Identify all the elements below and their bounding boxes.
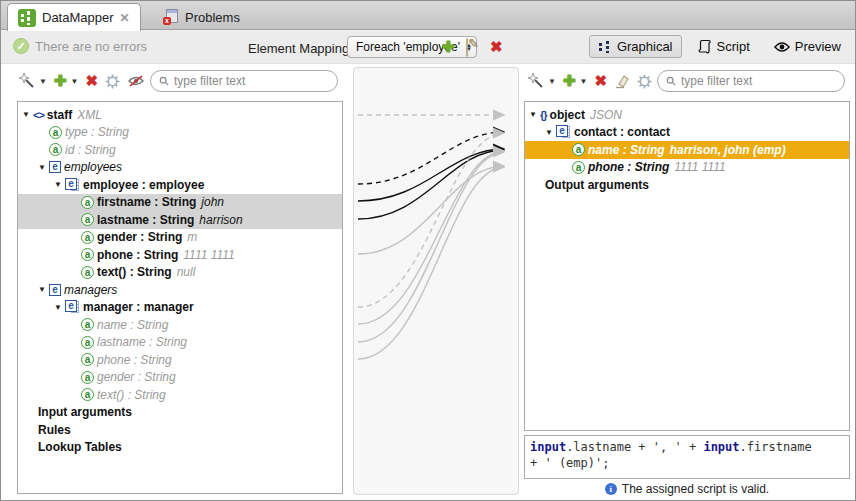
item-label: name : String [97, 318, 168, 332]
preview-label: Preview [795, 39, 841, 54]
tree-item-type-string[interactable]: atype : String [18, 124, 342, 142]
properties-gear-icon[interactable] [637, 74, 652, 89]
item-value: JSON [590, 108, 622, 122]
main-toolbar: ✓ There are no errors Element Mapping Fo… [1, 30, 855, 64]
mapping-canvas[interactable] [353, 67, 519, 495]
attribute-icon: a [81, 248, 94, 261]
item-label: text() : String [97, 265, 172, 279]
problems-icon: x [163, 9, 179, 25]
tree-item-object[interactable]: ▼{}objectJSON [525, 106, 849, 124]
tree-item-contact-contact[interactable]: ▼econtact : contact [525, 124, 849, 142]
tab-bar: DataMapper ✕ x Problems [1, 1, 855, 30]
add-element-button[interactable]: ✚ [563, 72, 576, 90]
tree-item-managers[interactable]: ▼emanagers [18, 281, 342, 299]
element-icon: e [49, 284, 61, 296]
tree-item-lastname-string[interactable]: alastname : String [18, 334, 342, 352]
remove-element-button[interactable]: ✖ [594, 72, 607, 90]
tree-item-lastname-string[interactable]: alastname : Stringharrison [18, 211, 342, 229]
check-circle-icon: ✓ [13, 38, 29, 54]
section-lookup-tables[interactable]: Lookup Tables [18, 439, 342, 457]
graphical-view-button[interactable]: Graphical [589, 35, 682, 58]
script-view-button[interactable]: Script [690, 36, 758, 57]
section-input-arguments[interactable]: Input arguments [18, 404, 342, 422]
eraser-icon[interactable] [614, 74, 630, 89]
item-value: null [177, 265, 196, 279]
expand-triangle-icon[interactable]: ▼ [22, 110, 33, 119]
output-panel-toolbar: ▼ ✚ ▼ ✖ [528, 68, 677, 94]
delete-mapping-button[interactable]: ✖ [490, 38, 503, 56]
tab-problems[interactable]: x Problems [153, 3, 250, 31]
output-tree-panel: ▼{}objectJSON ▼econtact : contact aname … [524, 101, 850, 431]
input-filter[interactable] [150, 70, 338, 92]
item-label: text() : String [97, 388, 166, 402]
tree-item-gender-string[interactable]: agender : String [18, 369, 342, 387]
add-dropdown-caret[interactable]: ▼ [580, 77, 588, 86]
tree-item-manager-manager[interactable]: ▼emanager : manager [18, 299, 342, 317]
mapping-line-phone-to-phone [358, 166, 504, 254]
expand-triangle-icon[interactable]: ▼ [54, 303, 65, 312]
mapping-line-manager-name-to-name [358, 151, 504, 324]
tab-problems-label: Problems [185, 10, 240, 25]
input-panel-toolbar: ▼ ✚ ▼ ✖ [19, 68, 145, 94]
tree-item-name-string[interactable]: aname : Stringharrison, john (emp) [525, 141, 849, 159]
close-icon[interactable]: ✕ [120, 11, 130, 25]
tree-item-name-string[interactable]: aname : String [18, 316, 342, 334]
tree-item-employees[interactable]: ▼eemployees [18, 159, 342, 177]
tree-item-gender-string[interactable]: agender : Stringm [18, 229, 342, 247]
attribute-icon: a [49, 143, 62, 156]
tree-item-id-string[interactable]: aid : String [18, 141, 342, 159]
edit-mapping-button[interactable] [466, 39, 468, 57]
tree-item-firstname-string[interactable]: afirstname : Stringjohn [18, 194, 342, 212]
expand-triangle-icon[interactable]: ▼ [54, 180, 65, 189]
hide-empty-eye-icon[interactable] [127, 74, 145, 88]
xml-root-icon: <> [33, 109, 44, 121]
item-label: staff [47, 108, 72, 122]
attribute-icon: a [81, 266, 94, 279]
properties-gear-icon[interactable] [105, 74, 120, 89]
input-tree: ▼<>staffXML atype : String aid : String … [18, 102, 342, 404]
section-output-arguments[interactable]: Output arguments [525, 176, 849, 194]
wand-icon[interactable] [19, 73, 35, 89]
attribute-icon: a [81, 371, 94, 384]
output-tree-footer: Output arguments [525, 176, 849, 194]
expand-triangle-icon[interactable]: ▼ [38, 285, 49, 294]
add-element-button[interactable]: ✚ [54, 72, 67, 90]
json-root-icon: {} [540, 109, 547, 121]
remove-element-button[interactable]: ✖ [85, 72, 98, 90]
wand-dropdown-caret[interactable]: ▼ [39, 77, 47, 86]
item-label: lastname : String [97, 213, 194, 227]
tree-item-staff[interactable]: ▼<>staffXML [18, 106, 342, 124]
expand-triangle-icon[interactable]: ▼ [38, 163, 49, 172]
expand-triangle-icon[interactable]: ▼ [529, 110, 540, 119]
input-filter-field[interactable] [174, 74, 329, 88]
tree-item-phone-string[interactable]: aphone : String1111 1111 [525, 159, 849, 177]
add-mapping-button[interactable]: ✚ [442, 38, 455, 56]
attribute-icon: a [81, 336, 94, 349]
tree-item-phone-string[interactable]: aphone : String1111 1111 [18, 246, 342, 264]
item-label: object [550, 108, 585, 122]
section-rules[interactable]: Rules [18, 421, 342, 439]
input-tree-panel: ▼<>staffXML atype : String aid : String … [17, 101, 343, 494]
tree-item-phone-string[interactable]: aphone : String [18, 351, 342, 369]
output-filter-field[interactable] [681, 74, 836, 88]
graphical-label: Graphical [617, 39, 673, 54]
item-label: type : String [65, 125, 129, 139]
item-label: gender : String [97, 230, 182, 244]
wand-dropdown-caret[interactable]: ▼ [548, 77, 556, 86]
script-editor[interactable]: input.lastname + ', ' + input.firstname+… [524, 435, 850, 479]
tree-item-employee-employee[interactable]: ▼eemployee : employee [18, 176, 342, 194]
element-mapping-select[interactable]: Foreach 'employee' ▲▼ [347, 36, 477, 58]
attribute-icon: a [81, 318, 94, 331]
attribute-icon: a [49, 126, 62, 139]
item-label: employees [64, 160, 122, 174]
output-filter[interactable] [657, 70, 845, 92]
add-dropdown-caret[interactable]: ▼ [71, 77, 79, 86]
expand-triangle-icon[interactable]: ▼ [545, 128, 556, 137]
wand-icon[interactable] [528, 73, 544, 89]
tree-item-text-string[interactable]: atext() : String [18, 386, 342, 404]
tab-datamapper[interactable]: DataMapper ✕ [7, 3, 141, 31]
tree-item-text-string[interactable]: atext() : Stringnull [18, 264, 342, 282]
status-no-errors: ✓ There are no errors [13, 38, 147, 54]
preview-view-button[interactable]: Preview [766, 36, 849, 57]
mapping-line-firstname-to-name [358, 149, 504, 201]
